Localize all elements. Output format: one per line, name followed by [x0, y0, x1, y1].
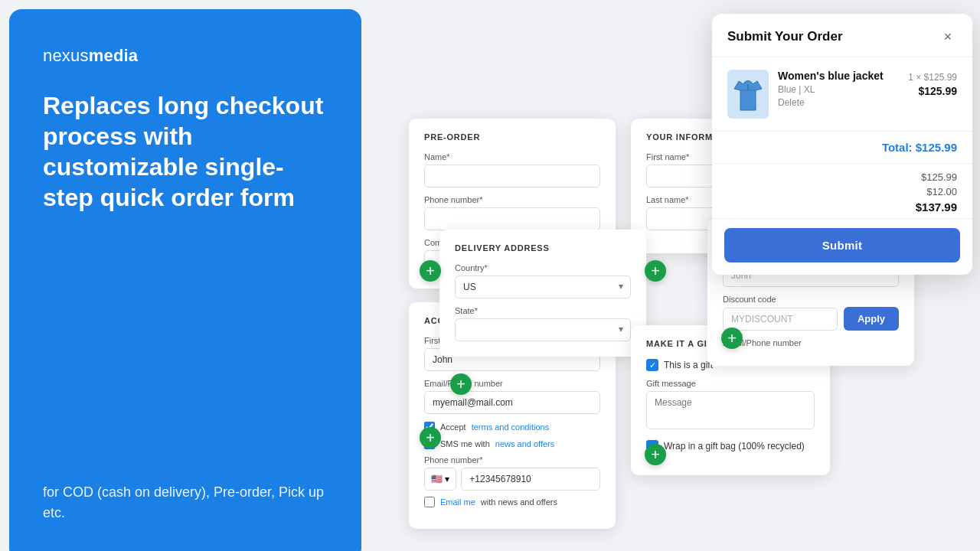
- left-panel: nexusmedia Replaces long checkout proces…: [9, 9, 361, 551]
- close-modal-button[interactable]: ×: [939, 28, 957, 46]
- modal-prices: $125.99 $12.00 $137.99: [712, 164, 972, 219]
- email-me-suffix: with news and offers: [481, 497, 557, 507]
- final-total-value: $137.99: [903, 201, 957, 214]
- final-total-row: $137.99: [727, 199, 957, 215]
- this-is-gift-checkbox[interactable]: ✓: [646, 359, 658, 371]
- accept-label: Accept: [440, 422, 466, 432]
- product-info: Women's blue jacket Blue | XL Delete: [778, 70, 899, 109]
- sms-row: SMS me with news and offers: [424, 439, 600, 449]
- product-meta: Blue | XL: [778, 84, 899, 95]
- this-is-gift-label: This is a gift: [664, 360, 713, 370]
- pre-order-phone-label: Phone number*: [424, 195, 600, 204]
- marketing-plus-button[interactable]: +: [420, 427, 441, 448]
- brand-name: nexusmedia: [43, 46, 328, 66]
- terms-link[interactable]: terms and conditions: [472, 422, 550, 432]
- submit-button[interactable]: Submit: [724, 228, 960, 262]
- gift-row: $12.00: [727, 184, 957, 199]
- delivery-country-label: Country*: [455, 263, 631, 272]
- modal-header: Submit Your Order ×: [712, 14, 972, 57]
- email-me-checkbox[interactable]: [424, 497, 435, 507]
- product-image: [727, 70, 769, 119]
- phone-row: 🇺🇸 ▾: [424, 468, 600, 491]
- discount-code-input[interactable]: [723, 308, 838, 331]
- phone-flag-selector[interactable]: 🇺🇸 ▾: [424, 468, 456, 491]
- gift-message-textarea[interactable]: [646, 391, 815, 429]
- accept-terms-row: Accept terms and conditions: [424, 422, 600, 432]
- country-select[interactable]: US: [455, 276, 631, 298]
- email-me-row: Email me with news and offers: [424, 497, 600, 507]
- wrap-row: ✓ Wrap in a gift bag (100% recycled): [646, 440, 815, 452]
- delivery-plus-button[interactable]: +: [450, 373, 472, 395]
- product-name: Women's blue jacket: [778, 70, 899, 82]
- sms-label: SMS me with: [440, 439, 490, 448]
- pre-order-title: PRE-ORDER: [424, 132, 600, 142]
- apply-button[interactable]: Apply: [844, 307, 899, 331]
- pre-order-name-label: Name*: [424, 152, 600, 161]
- right-area: PRE-ORDER Name* Phone number* Comment + …: [371, 0, 980, 551]
- subtotal-row: $125.99: [727, 170, 957, 184]
- news-link[interactable]: news and offers: [495, 439, 554, 448]
- marketing-email-input[interactable]: [424, 391, 600, 414]
- product-price: $125.99: [908, 85, 957, 97]
- email-me-link[interactable]: Email me: [440, 497, 475, 507]
- marketing-phone-label: Phone number*: [424, 455, 600, 465]
- pre-order-plus-button[interactable]: +: [420, 260, 441, 282]
- modal-title: Submit Your Order: [727, 29, 843, 44]
- tagline: Replaces long checkout process with cust…: [43, 90, 328, 213]
- sub-tagline: for COD (cash on delivery), Pre-order, P…: [43, 482, 328, 523]
- order-modal: Submit Your Order × Women's blue jacket …: [712, 14, 972, 275]
- product-qty-price: 1 × $125.99: [908, 72, 957, 83]
- coupon-discount-label: Discount code: [723, 295, 899, 304]
- delivery-state-label: State*: [455, 306, 631, 315]
- state-select-wrap: [455, 318, 631, 341]
- pre-order-name-input[interactable]: [424, 165, 600, 187]
- marketing-phone-input[interactable]: [461, 468, 600, 491]
- coupon-email-label: Email/Phone number: [723, 338, 899, 347]
- subtotal-value: $125.99: [903, 171, 957, 183]
- product-price-area: 1 × $125.99 $125.99: [908, 70, 957, 97]
- delete-link[interactable]: Delete: [778, 97, 805, 108]
- delivery-title: DELIVERY ADDRESS: [455, 243, 631, 253]
- modal-total: Total: $125.99: [712, 132, 972, 164]
- delivery-card: DELIVERY ADDRESS Country* US State*: [439, 230, 646, 357]
- info-plus-button[interactable]: +: [645, 260, 666, 282]
- wrap-label: Wrap in a gift bag (100% recycled): [664, 441, 805, 452]
- gift-plus-button[interactable]: +: [645, 444, 666, 465]
- coupon-input-row: Apply: [723, 307, 899, 331]
- country-select-wrap: US: [455, 276, 631, 298]
- gift-message-label: Gift message: [646, 379, 815, 388]
- state-select[interactable]: [455, 318, 631, 341]
- pre-order-phone-input[interactable]: [424, 207, 600, 230]
- coupon-plus-button[interactable]: +: [721, 328, 743, 349]
- modal-product: Women's blue jacket Blue | XL Delete 1 ×…: [712, 57, 972, 132]
- gift-value: $12.00: [903, 186, 957, 197]
